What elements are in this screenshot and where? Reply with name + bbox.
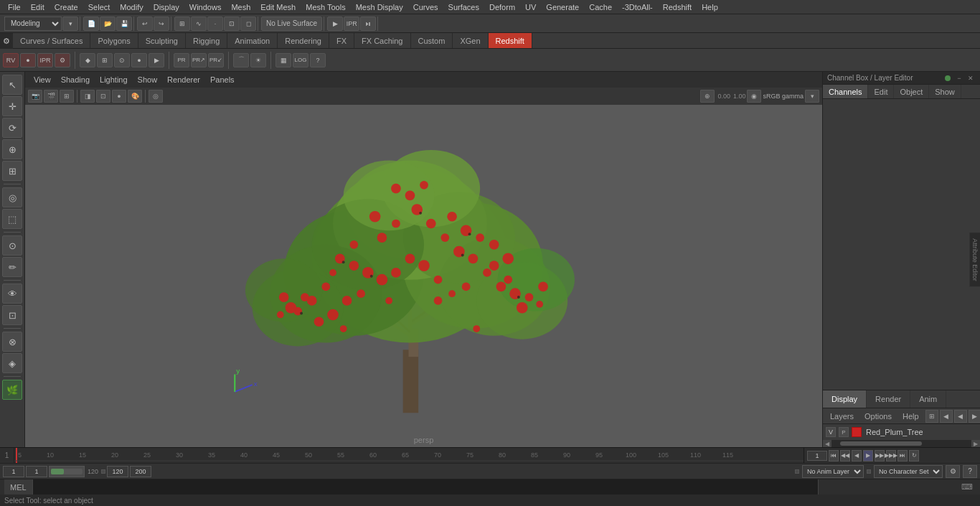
move-tool-btn[interactable]: ✛ [2, 96, 22, 116]
command-line-input[interactable] [33, 479, 818, 495]
tab-animation[interactable]: Animation [227, 33, 278, 48]
layer-anim-btn2[interactable]: ◀ [954, 410, 967, 423]
rs-dome-btn[interactable]: ⌒ [233, 53, 249, 67]
render-seq-btn[interactable]: ⏯ [360, 17, 376, 31]
layers-menu-help[interactable]: Help [898, 411, 923, 422]
save-file-btn[interactable]: 💾 [116, 17, 132, 31]
vp-lighting[interactable]: Lighting [95, 74, 132, 85]
char-set-dropdown[interactable]: No Character Set [874, 465, 943, 478]
rs-btn-ipr[interactable]: IPR [37, 53, 53, 67]
char-set-arrow[interactable] [867, 469, 871, 474]
pb-end-input[interactable] [107, 466, 128, 477]
select-tool-btn[interactable]: ↖ [2, 75, 22, 95]
soft-select-btn[interactable]: ◎ [2, 187, 22, 207]
menu-edit[interactable]: Edit [26, 1, 50, 13]
menu-file[interactable]: File [3, 1, 26, 13]
pb-next-key[interactable]: ▶▶▶ [886, 450, 896, 462]
snap-grid-btn[interactable]: ⊞ [174, 17, 190, 31]
pb-next-end[interactable]: ⏭ [897, 450, 908, 462]
scale-tool-btn[interactable]: ⊕ [2, 139, 22, 159]
pb-range-btn[interactable] [101, 469, 105, 474]
recent-btn[interactable]: 🌿 [2, 380, 22, 400]
ch-tab-object[interactable]: Object [894, 85, 929, 98]
rs-grid-btn[interactable]: ⊞ [97, 53, 113, 67]
pb-prev-key[interactable]: ◀◀ [840, 450, 850, 462]
vp-wireframe-btn[interactable]: ⊡ [96, 90, 110, 103]
ch-tab-edit[interactable]: Edit [868, 85, 894, 98]
tabs-settings-icon[interactable]: ⚙ [0, 33, 13, 49]
attribute-editor-tab[interactable]: Attribute Editor [969, 233, 980, 287]
snap-obj-btn[interactable]: ⊗ [2, 332, 22, 352]
layer-color-swatch[interactable] [852, 427, 862, 437]
char-set-help[interactable]: ? [963, 465, 977, 478]
rs-mat-btn2[interactable]: LOG [293, 53, 308, 67]
ipr-btn[interactable]: IPR [344, 17, 359, 31]
tab-rigging[interactable]: Rigging [186, 33, 227, 48]
menu-cache[interactable]: Cache [584, 1, 617, 13]
pb-range-bar[interactable] [49, 466, 85, 477]
vp-film-btn[interactable]: 🎬 [44, 90, 58, 103]
rp-color-btn[interactable] [943, 73, 953, 83]
dra-render[interactable]: Render [867, 390, 910, 408]
ch-tab-channels[interactable]: Channels [823, 85, 868, 98]
anim-layer-dropdown[interactable]: No Anim Layer [802, 465, 864, 478]
rotate-tool-btn[interactable]: ⟳ [2, 118, 22, 138]
tab-fx[interactable]: FX [329, 33, 354, 48]
new-file-btn[interactable]: 📄 [83, 17, 99, 31]
current-frame-input[interactable] [807, 451, 827, 461]
menu-mesh-tools[interactable]: Mesh Tools [301, 1, 350, 13]
pb-current-input[interactable] [26, 466, 47, 477]
rs-btn-4[interactable]: ⚙ [55, 53, 70, 67]
layers-menu-layers[interactable]: Layers [826, 411, 858, 422]
snap-point-btn[interactable]: · [207, 17, 223, 31]
menu-display[interactable]: Display [149, 1, 184, 13]
scroll-left[interactable]: ◀ [823, 440, 831, 447]
pb-play[interactable]: ▶ [863, 450, 873, 462]
layer-new-btn[interactable]: ⊞ [925, 410, 938, 423]
vp-grid-btn[interactable]: ⊞ [60, 90, 74, 103]
gamma-arrow[interactable]: ▾ [805, 90, 819, 103]
menu-redshift[interactable]: Redshift [658, 1, 697, 13]
pb-next[interactable]: ▶▶ [875, 450, 885, 462]
vp-show[interactable]: Show [133, 74, 162, 85]
menu-help[interactable]: Help [697, 1, 723, 13]
pb-prev-start[interactable]: ⏮ [829, 450, 839, 462]
scroll-thumb[interactable] [840, 441, 923, 446]
rs-diamond-btn[interactable]: ◆ [80, 53, 95, 67]
menu-mesh-display[interactable]: Mesh Display [351, 1, 408, 13]
show-hide-btn[interactable]: 👁 [2, 284, 22, 304]
layer-type[interactable]: P [839, 427, 849, 437]
snap-surface-btn[interactable]: ◻ [240, 17, 256, 31]
vp-panels[interactable]: Panels [206, 74, 239, 85]
menu-modify[interactable]: Modify [115, 1, 148, 13]
vp-smooth-btn[interactable]: ● [112, 90, 126, 103]
snap-curve-btn[interactable]: ∿ [191, 17, 207, 31]
rs-btn-1[interactable]: RV [3, 53, 19, 67]
render-btn[interactable]: ▶ [327, 17, 343, 31]
pb-loop[interactable]: ↻ [909, 450, 919, 462]
status-icon-keyboard[interactable]: ⌨ [961, 482, 973, 493]
vp-xray-btn[interactable]: ◎ [149, 90, 163, 103]
menu-create[interactable]: Create [50, 1, 83, 13]
viewport[interactable]: View Shading Lighting Show Renderer Pane… [25, 72, 822, 447]
dra-display[interactable]: Display [823, 390, 867, 408]
pb-maxend-input[interactable] [130, 466, 151, 477]
tab-custom[interactable]: Custom [411, 33, 453, 48]
rs-orb-btn[interactable]: ⊙ [114, 53, 130, 67]
transform-tool-btn[interactable]: ⊞ [2, 161, 22, 181]
menu-select[interactable]: Select [83, 1, 116, 13]
layer-anim-btn[interactable]: ◀ [940, 410, 953, 423]
vp-shading[interactable]: Shading [57, 74, 94, 85]
rs-help-btn[interactable]: ? [310, 53, 326, 67]
pb-start-input[interactable] [3, 466, 24, 477]
menu-deform[interactable]: Deform [484, 1, 520, 13]
menu-uv[interactable]: UV [520, 1, 541, 13]
dra-anim[interactable]: Anim [910, 390, 946, 408]
rs-pr-btn1[interactable]: PR [174, 53, 189, 67]
char-set-settings[interactable]: ⚙ [946, 465, 960, 478]
layer-scrollbar[interactable]: ◀ ▶ [823, 440, 980, 447]
layer-anim-btn3[interactable]: ▶ [969, 410, 980, 423]
paint-btn[interactable]: ✏ [2, 257, 22, 277]
tab-rendering[interactable]: Rendering [278, 33, 329, 48]
gamma-icon[interactable]: ◉ [747, 90, 761, 103]
